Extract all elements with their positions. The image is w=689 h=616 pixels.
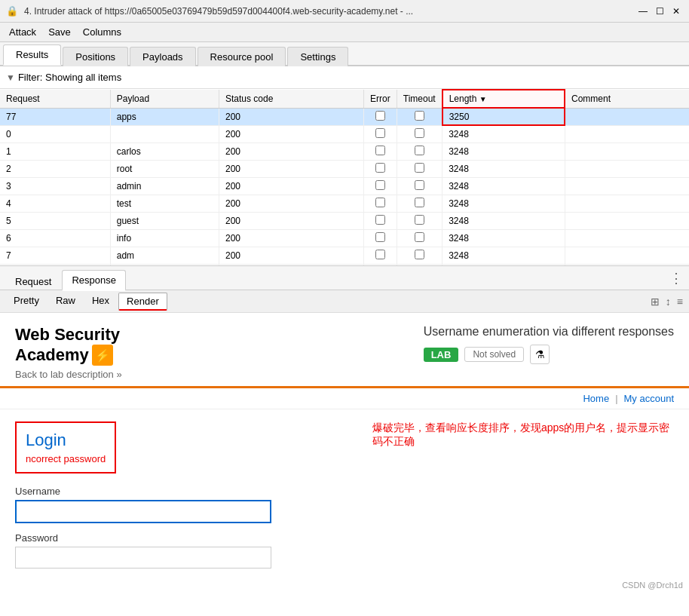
cell-3: [364, 212, 397, 229]
results-table: Request Payload Status code Error Timeou…: [0, 89, 689, 266]
cell-1: admin: [110, 177, 219, 195]
checkbox-2[interactable]: [375, 146, 385, 155]
checkbox-3[interactable]: [375, 163, 385, 173]
checkbox-0[interactable]: [415, 111, 424, 121]
table-row[interactable]: 3admin2003248: [0, 177, 689, 195]
username-label: Username: [15, 486, 271, 497]
col-request[interactable]: Request: [0, 90, 110, 108]
cell-0: 1: [0, 143, 110, 160]
tab-positions[interactable]: Positions: [63, 47, 128, 66]
cell-6: [565, 143, 689, 160]
cell-3: [364, 160, 397, 177]
pane-tab-request[interactable]: Request: [6, 272, 60, 291]
cell-1: info: [110, 229, 219, 247]
table-row[interactable]: 02003248: [0, 125, 689, 143]
cell-5: 3248: [442, 160, 565, 177]
back-to-lab-link[interactable]: Back to lab description »: [15, 369, 122, 380]
cell-1: guest: [110, 212, 219, 229]
filter-bar: ▼ Filter: Showing all items: [0, 66, 689, 89]
col-timeout[interactable]: Timeout: [397, 90, 442, 108]
checkbox-8[interactable]: [415, 250, 424, 259]
table-row[interactable]: 4test2003248: [0, 195, 689, 212]
checkbox-0[interactable]: [375, 111, 385, 121]
cell-4: [397, 143, 442, 160]
cell-6: [565, 108, 689, 125]
checkbox-4[interactable]: [375, 180, 385, 190]
col-length[interactable]: Length ▼: [442, 90, 565, 108]
checkbox-5[interactable]: [375, 198, 385, 207]
not-solved-badge: Not solved: [464, 347, 524, 362]
render-icon-table[interactable]: ⊞: [651, 296, 660, 308]
table-row[interactable]: 77apps2003250: [0, 108, 689, 125]
table-row[interactable]: 5guest2003248: [0, 212, 689, 229]
annotation-text: 爆破完毕，查看响应长度排序，发现apps的用户名，提示显示密码不正确: [372, 421, 674, 473]
menu-columns[interactable]: Columns: [77, 25, 127, 39]
wsa-header: Web Security Academy ⚡ Username enumerat…: [0, 313, 689, 366]
tab-settings[interactable]: Settings: [287, 47, 348, 66]
tab-results[interactable]: Results: [3, 44, 61, 66]
cell-0: 0: [0, 125, 110, 143]
col-comment[interactable]: Comment: [565, 90, 689, 108]
checkbox-6[interactable]: [415, 215, 424, 225]
col-error[interactable]: Error: [364, 90, 397, 108]
render-tab-render[interactable]: Render: [118, 293, 167, 311]
table-row[interactable]: 1carlos2003248: [0, 143, 689, 160]
pane-tab-response[interactable]: Response: [62, 270, 126, 291]
cell-6: [565, 125, 689, 143]
cell-6: [565, 177, 689, 195]
watermark-text: CSDN @Drch1d: [622, 581, 683, 590]
checkbox-1[interactable]: [415, 128, 424, 138]
cell-0: 77: [0, 108, 110, 125]
checkbox-3[interactable]: [415, 163, 424, 173]
menu-save[interactable]: Save: [42, 25, 77, 39]
checkbox-1[interactable]: [375, 128, 385, 138]
password-input[interactable]: [15, 547, 271, 568]
render-tab-raw[interactable]: Raw: [48, 293, 83, 311]
wsa-logo-text: Web Security Academy ⚡: [15, 325, 120, 366]
maximize-button[interactable]: ☐: [653, 5, 666, 18]
render-tab-hex[interactable]: Hex: [84, 293, 117, 311]
checkbox-6[interactable]: [375, 215, 385, 225]
table-row[interactable]: 7adm2003248: [0, 247, 689, 264]
cell-1: adm: [110, 247, 219, 264]
window-controls: — ☐ ✕: [636, 5, 683, 18]
logo-line2: Academy: [15, 345, 89, 365]
cell-4: [397, 247, 442, 264]
sort-icon: ▼: [479, 95, 487, 103]
app-icon: 🔒: [6, 5, 18, 17]
lab-flask-icon[interactable]: ⚗: [530, 345, 550, 364]
minimize-button[interactable]: —: [636, 5, 650, 18]
checkbox-2[interactable]: [415, 146, 424, 155]
cell-6: [565, 160, 689, 177]
checkbox-4[interactable]: [415, 180, 424, 190]
checkbox-5[interactable]: [415, 198, 424, 207]
lab-title: Username enumeration via different respo…: [424, 325, 674, 339]
tab-resource-pool[interactable]: Resource pool: [198, 47, 286, 66]
cell-4: [397, 195, 442, 212]
col-status[interactable]: Status code: [219, 90, 364, 108]
render-icon-text[interactable]: ↕: [666, 296, 671, 308]
cell-5: 3250: [442, 108, 565, 125]
tab-payloads[interactable]: Payloads: [130, 47, 195, 66]
table-row[interactable]: 2root2003248: [0, 160, 689, 177]
nav-home[interactable]: Home: [583, 393, 609, 404]
render-tab-pretty[interactable]: Pretty: [6, 293, 47, 311]
pane-options-icon[interactable]: ⋮: [669, 270, 683, 287]
cell-1: root: [110, 160, 219, 177]
wsa-logo-icon: ⚡: [92, 345, 113, 366]
checkbox-7[interactable]: [375, 232, 385, 242]
cell-0: 3: [0, 177, 110, 195]
tab-bar: Results Positions Payloads Resource pool…: [0, 42, 689, 66]
col-payload[interactable]: Payload: [110, 90, 219, 108]
username-input[interactable]: [15, 500, 271, 523]
cell-4: [397, 108, 442, 125]
nav-my-account[interactable]: My account: [624, 393, 674, 404]
table-row[interactable]: 6info2003248: [0, 229, 689, 247]
checkbox-8[interactable]: [375, 250, 385, 259]
menu-attack[interactable]: Attack: [3, 25, 42, 39]
checkbox-7[interactable]: [415, 232, 424, 242]
cell-3: [364, 229, 397, 247]
close-button[interactable]: ✕: [669, 5, 683, 18]
cell-0: 7: [0, 247, 110, 264]
render-icon-menu[interactable]: ≡: [677, 296, 683, 308]
